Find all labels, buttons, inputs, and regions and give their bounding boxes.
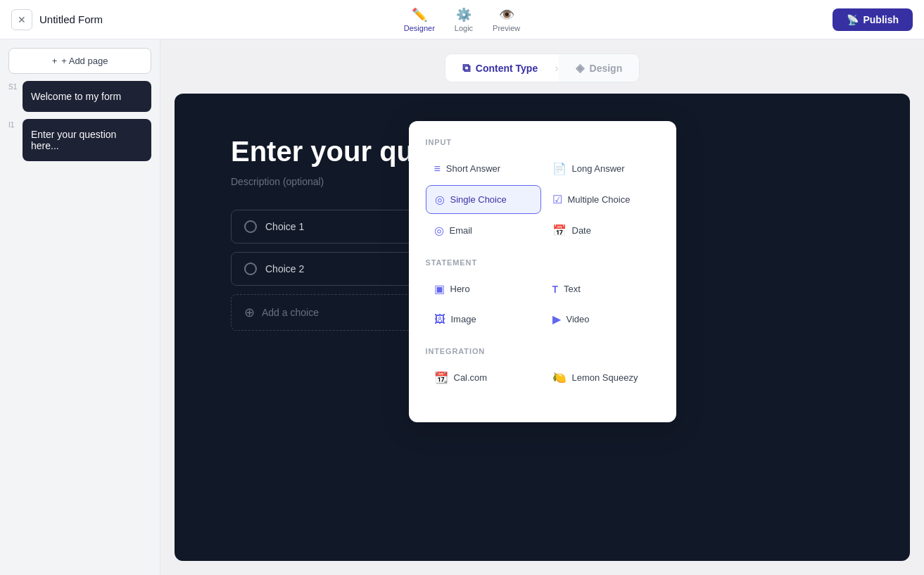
integration-grid: 📆 Cal.com 🍋 Lemon Squeezy (426, 364, 659, 391)
sidebar-item-i1[interactable]: Enter your question here... (23, 119, 151, 161)
choice-1-radio (244, 220, 257, 233)
dropdown-single-choice[interactable]: ◎ Single Choice (426, 185, 541, 214)
date-icon: 📅 (552, 224, 567, 237)
dropdown-date[interactable]: 📅 Date (544, 217, 659, 244)
designer-icon: ✏️ (412, 7, 427, 23)
add-page-button[interactable]: + + Add page (8, 48, 151, 74)
lemon-icon: 🍋 (552, 371, 567, 384)
tab-preview[interactable]: 👁️ Preview (493, 7, 520, 32)
text-label: Text (564, 284, 581, 294)
text-icon: T (552, 284, 559, 295)
breadcrumb-content-type[interactable]: ⧉ Content Type (445, 55, 555, 82)
close-icon: ✕ (18, 14, 26, 25)
dropdown-image[interactable]: 🖼 Image (426, 305, 541, 333)
content-type-label: Content Type (476, 63, 538, 74)
dropdown-short-answer[interactable]: ≡ Short Answer (426, 155, 541, 182)
choice-2-label: Choice 2 (265, 263, 304, 274)
logic-icon: ⚙️ (456, 7, 472, 23)
image-label: Image (451, 314, 476, 324)
single-choice-icon: ◎ (435, 193, 445, 206)
hero-label: Hero (450, 284, 470, 294)
nav-bar: ✏️ Designer ⚙️ Logic 👁️ Preview (404, 7, 520, 32)
choice-1-label: Choice 1 (265, 221, 304, 232)
main-area: ⧉ Content Type › ◈ Design Enter your que… (160, 39, 924, 575)
cal-label: Cal.com (454, 372, 488, 383)
tab-designer[interactable]: ✏️ Designer (404, 7, 435, 32)
single-choice-label: Single Choice (450, 194, 507, 205)
publish-button[interactable]: 📡 Publish (833, 8, 913, 31)
add-choice-icon: ⊕ (244, 305, 255, 320)
short-answer-icon: ≡ (434, 163, 441, 175)
lemon-label: Lemon Squeezy (572, 372, 638, 383)
design-icon: ◈ (576, 61, 584, 75)
cal-icon: 📆 (434, 371, 448, 384)
sidebar-item-s1[interactable]: Welcome to my form (23, 81, 151, 112)
dropdown-email[interactable]: ◎ Email (426, 217, 541, 244)
sidebar-row-i1: I1 Enter your question here... (8, 119, 151, 161)
form-title: Untitled Form (39, 13, 103, 25)
design-label: Design (590, 63, 623, 74)
email-icon: ◎ (434, 224, 444, 237)
video-label: Video (567, 314, 590, 324)
main-layout: + + Add page S1 Welcome to my form I1 En… (0, 39, 924, 575)
sidebar-index-s1: S1 (8, 83, 18, 91)
image-icon: 🖼 (434, 313, 445, 326)
dropdown-video[interactable]: ▶ Video (544, 305, 659, 333)
hero-icon: ▣ (434, 282, 445, 296)
date-label: Date (572, 225, 591, 236)
topbar-left: ✕ Untitled Form (11, 9, 103, 30)
dropdown-long-answer[interactable]: 📄 Long Answer (544, 155, 659, 182)
add-page-plus-icon: + (52, 56, 58, 66)
sidebar-item-label-i1: Enter your question here... (31, 129, 143, 151)
breadcrumb-design[interactable]: ◈ Design (559, 54, 640, 82)
add-page-label: + Add page (61, 56, 108, 66)
sidebar-row-s1: S1 Welcome to my form (8, 81, 151, 112)
dropdown-lemon-squeezy[interactable]: 🍋 Lemon Squeezy (544, 364, 659, 391)
sidebar: + + Add page S1 Welcome to my form I1 En… (0, 39, 160, 575)
long-answer-icon: 📄 (552, 162, 567, 175)
short-answer-label: Short Answer (446, 163, 500, 174)
topbar: ✕ Untitled Form ✏️ Designer ⚙️ Logic 👁️ … (0, 0, 924, 39)
statement-section-title: STATEMENT (426, 258, 659, 267)
tab-logic[interactable]: ⚙️ Logic (455, 7, 473, 32)
add-choice-label: Add a choice (262, 307, 319, 318)
breadcrumb-bar: ⧉ Content Type › ◈ Design (445, 53, 640, 82)
dropdown-multiple-choice[interactable]: ☑ Multiple Choice (544, 185, 659, 214)
email-label: Email (450, 225, 473, 236)
statement-grid: ▣ Hero T Text 🖼 Image ▶ Video (426, 275, 659, 333)
multiple-choice-icon: ☑ (552, 193, 562, 206)
dropdown-cal-com[interactable]: 📆 Cal.com (426, 364, 541, 391)
integration-section-title: INTEGRATION (426, 347, 659, 355)
publish-label: Publish (863, 14, 899, 25)
long-answer-label: Long Answer (572, 163, 625, 174)
dropdown-hero[interactable]: ▣ Hero (426, 275, 541, 303)
dropdown-text[interactable]: T Text (544, 275, 659, 303)
publish-icon: 📡 (847, 14, 859, 25)
video-icon: ▶ (552, 312, 561, 326)
close-button[interactable]: ✕ (11, 9, 32, 30)
input-grid: ≡ Short Answer 📄 Long Answer ◎ Single Ch… (426, 155, 659, 244)
content-type-dropdown: INPUT ≡ Short Answer 📄 Long Answer ◎ Sin… (409, 121, 676, 422)
layers-icon: ⧉ (462, 62, 470, 75)
sidebar-index-i1: I1 (8, 121, 18, 129)
preview-icon: 👁️ (499, 7, 514, 23)
input-section-title: INPUT (426, 138, 659, 146)
choice-2-radio (244, 263, 257, 275)
multiple-choice-label: Multiple Choice (568, 194, 631, 205)
sidebar-item-label-s1: Welcome to my form (31, 91, 121, 102)
